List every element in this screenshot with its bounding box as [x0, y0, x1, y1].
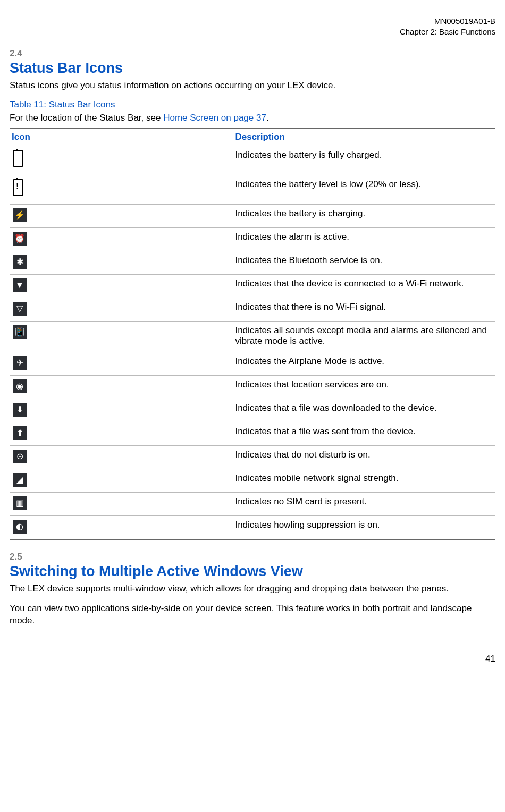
icon-description: Indicates that there is no Wi-Fi signal. [233, 298, 495, 321]
vibrate-icon: 📳 [13, 325, 27, 339]
icon-description: Indicates the alarm is active. [233, 227, 495, 251]
icon-description: Indicates howling suppression is on. [233, 515, 495, 539]
battery-charging-icon: ⚡ [13, 208, 27, 222]
icon-description: Indicates that location services are on. [233, 375, 495, 399]
home-screen-link[interactable]: Home Screen on page 37 [163, 113, 266, 123]
section-number-2-4: 2.4 [10, 48, 495, 59]
col-header-icon: Icon [10, 128, 233, 146]
icon-description: Indicates the battery is fully charged. [233, 146, 495, 175]
table-location-note: For the location of the Status Bar, see … [10, 112, 495, 124]
icon-description: Indicates that a file was sent from the … [233, 422, 495, 445]
icon-cell: ✱ [10, 251, 233, 274]
section-25-p1: The LEX device supports multi-window vie… [10, 583, 495, 595]
wifi-no-signal-icon: ▽ [13, 302, 27, 316]
howling-suppression-icon: ◐ [13, 520, 27, 534]
table-row: Indicates the battery is fully charged. [10, 146, 495, 175]
col-header-description: Description [233, 128, 495, 146]
table-row: ▼Indicates that the device is connected … [10, 274, 495, 298]
table-row: ✈Indicates the Airplane Mode is active. [10, 352, 495, 375]
table-row: 📳Indicates all sounds except media and a… [10, 321, 495, 352]
icon-description: Indicates that do not disturb is on. [233, 445, 495, 469]
table-row: ▥Indicates no SIM card is present. [10, 492, 495, 515]
page-header: MN005019A01-B Chapter 2: Basic Functions [10, 16, 495, 37]
table-row: ◉Indicates that location services are on… [10, 375, 495, 399]
icon-cell: ▼ [10, 274, 233, 298]
table-caption: Table 11: Status Bar Icons [10, 99, 495, 110]
download-icon: ⬇ [13, 403, 27, 417]
table-row: ✱Indicates the Bluetooth service is on. [10, 251, 495, 274]
table-row: ⚡Indicates the battery is charging. [10, 204, 495, 227]
bluetooth-icon: ✱ [13, 255, 27, 269]
icon-cell: ▥ [10, 492, 233, 515]
icon-description: Indicates the Airplane Mode is active. [233, 352, 495, 375]
table-row: Indicates the battery level is low (20% … [10, 175, 495, 204]
section-title-status-bar-icons: Status Bar Icons [10, 60, 495, 77]
no-sim-icon: ▥ [13, 496, 27, 510]
signal-strength-icon: ◢ [13, 473, 27, 487]
icon-description: Indicates that the device is connected t… [233, 274, 495, 298]
icon-cell: ▽ [10, 298, 233, 321]
icon-cell: 📳 [10, 321, 233, 352]
icon-cell: ⚡ [10, 204, 233, 227]
icon-description: Indicates the Bluetooth service is on. [233, 251, 495, 274]
battery-full-icon [13, 150, 23, 167]
table-row: ⏰Indicates the alarm is active. [10, 227, 495, 251]
icon-cell: ◢ [10, 469, 233, 492]
location-prefix: For the location of the Status Bar, see [10, 113, 163, 123]
table-row: ⬇Indicates that a file was downloaded to… [10, 399, 495, 422]
location-icon: ◉ [13, 379, 27, 393]
chapter-label: Chapter 2: Basic Functions [10, 27, 495, 37]
doc-id: MN005019A01-B [10, 16, 495, 27]
icon-description: Indicates all sounds except media and al… [233, 321, 495, 352]
table-row: ▽Indicates that there is no Wi-Fi signal… [10, 298, 495, 321]
table-row: ⬆Indicates that a file was sent from the… [10, 422, 495, 445]
section-intro: Status icons give you status information… [10, 80, 495, 92]
table-row: ◢Indicates mobile network signal strengt… [10, 469, 495, 492]
upload-icon: ⬆ [13, 426, 27, 440]
table-row: ◐Indicates howling suppression is on. [10, 515, 495, 539]
icon-cell: ⏰ [10, 227, 233, 251]
icon-cell: ✈ [10, 352, 233, 375]
airplane-mode-icon: ✈ [13, 356, 27, 370]
section-25-p2: You can view two applications side-by-si… [10, 603, 495, 627]
table-row: ⊝Indicates that do not disturb is on. [10, 445, 495, 469]
status-bar-icons-table: Icon Description Indicates the battery i… [10, 128, 495, 540]
icon-description: Indicates no SIM card is present. [233, 492, 495, 515]
icon-cell: ◉ [10, 375, 233, 399]
icon-description: Indicates the battery level is low (20% … [233, 175, 495, 204]
icon-cell: ⬇ [10, 399, 233, 422]
wifi-connected-icon: ▼ [13, 278, 27, 292]
icon-description: Indicates mobile network signal strength… [233, 469, 495, 492]
section-number-2-5: 2.5 [10, 552, 495, 562]
icon-cell: ⬆ [10, 422, 233, 445]
section-title-multi-window: Switching to Multiple Active Windows Vie… [10, 563, 495, 580]
icon-cell [10, 146, 233, 175]
icon-cell: ◐ [10, 515, 233, 539]
icon-cell: ⊝ [10, 445, 233, 469]
icon-cell [10, 175, 233, 204]
icon-description: Indicates the battery is charging. [233, 204, 495, 227]
alarm-icon: ⏰ [13, 232, 27, 246]
icon-description: Indicates that a file was downloaded to … [233, 399, 495, 422]
battery-low-icon [13, 179, 23, 196]
page-number: 41 [10, 654, 495, 664]
location-suffix: . [266, 113, 269, 123]
dnd-icon: ⊝ [13, 450, 27, 463]
